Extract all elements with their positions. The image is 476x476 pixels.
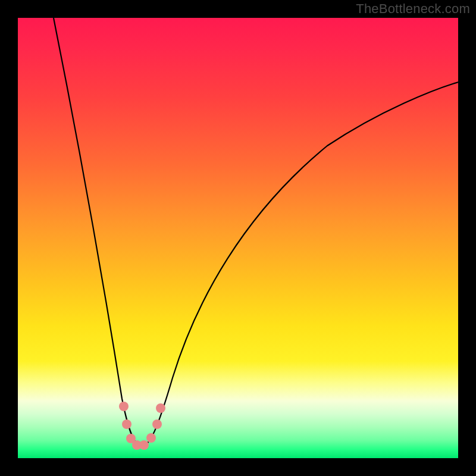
plot-area: [18, 18, 458, 458]
chart-frame: TheBottleneck.com: [0, 0, 476, 476]
attribution-watermark: TheBottleneck.com: [356, 1, 470, 17]
bottleneck-gradient-background: [18, 18, 458, 458]
